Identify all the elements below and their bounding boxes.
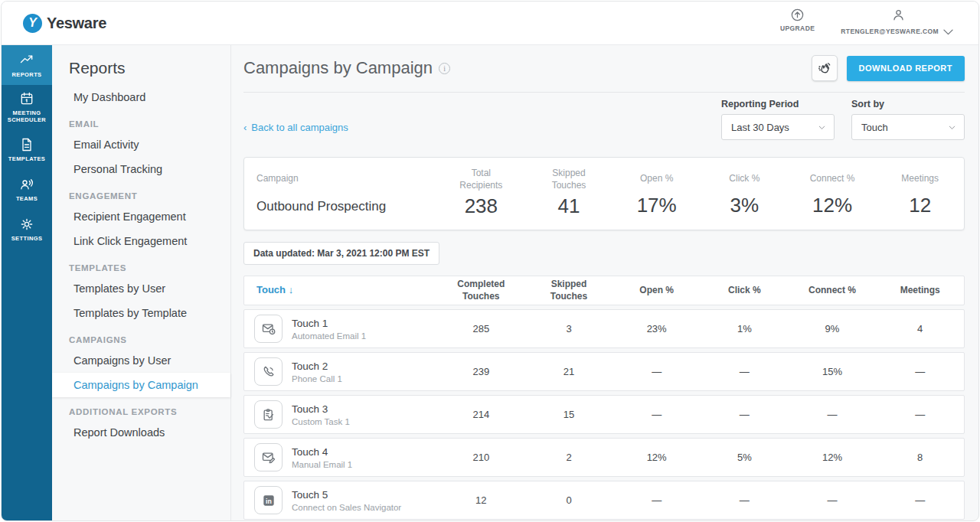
filter-row: ‹ Back to all campaigns Reporting Period… (243, 99, 965, 140)
sidebar-item-campaigns-by-user[interactable]: Campaigns by User (52, 348, 230, 373)
reporting-period-select[interactable]: Last 30 Days (721, 114, 835, 140)
cell-connect-pct: 15% (789, 366, 877, 377)
document-icon (19, 137, 34, 152)
cell-connect-pct: 9% (789, 323, 877, 334)
cell-skipped-touches: 2 (525, 452, 613, 463)
rail-item-reports[interactable]: REPORTS (2, 45, 52, 85)
linkedin-icon: in (254, 486, 283, 514)
column-header-connect-pct: Connect % (789, 285, 877, 297)
cell-connect-pct: 12% (789, 452, 877, 463)
sidebar-item-my-dashboard[interactable]: My Dashboard (52, 85, 230, 109)
sidebar-section-campaigns: CAMPAIGNS (52, 325, 230, 348)
sort-column-label: Touch (256, 284, 286, 295)
column-header-touch-sort[interactable]: Touch ↓ (244, 284, 437, 297)
rail-item-settings[interactable]: SETTINGS (2, 209, 52, 249)
top-bar: Y Yesware UPGRADE RTENGLER@YESWARE.COM (2, 2, 978, 45)
sidebar-item-recipient-engagement[interactable]: Recipient Engagement (52, 204, 230, 229)
touch-subtitle: Automated Email 1 (292, 331, 366, 341)
table-row: Touch 2 Phone Call 1 239 21 — — 15% — (243, 352, 965, 391)
upgrade-button[interactable]: UPGRADE (780, 8, 815, 39)
cell-completed-touches: 214 (437, 409, 525, 420)
manual-email-icon (254, 443, 283, 471)
sidebar-item-personal-tracking[interactable]: Personal Tracking (52, 157, 230, 181)
rail-label: TEMPLATES (8, 155, 45, 162)
sidebar-section-templates: TEMPLATES (52, 253, 230, 276)
cell-open-pct: — (612, 409, 701, 420)
back-to-campaigns-link[interactable]: ‹ Back to all campaigns (243, 122, 348, 133)
table-row: in Touch 5 Connect on Sales Navigator 12… (243, 481, 965, 520)
sidebar-item-report-downloads[interactable]: Report Downloads (52, 420, 230, 445)
summary-header-connect-pct: Connect % (810, 168, 855, 191)
rail-item-meeting-scheduler[interactable]: MEETING SCHEDULER (2, 85, 52, 129)
touch-title: Touch 4 (292, 446, 352, 458)
sidebar-item-link-click-engagement[interactable]: Link Click Engagement (52, 229, 230, 253)
cell-click-pct: — (701, 494, 789, 506)
campaign-name: Outbound Prospecting (256, 199, 386, 214)
sort-by-value: Touch (861, 122, 888, 133)
summary-meetings: 12 (909, 194, 931, 217)
cell-connect-pct: — (789, 494, 877, 506)
sidebar-item-templates-by-user[interactable]: Templates by User (52, 276, 230, 301)
column-header-meetings: Meetings (876, 285, 964, 297)
main-content: Campaigns by Campaign i DOWNLOAD REPORT (231, 45, 978, 520)
account-menu[interactable]: RTENGLER@YESWARE.COM (841, 8, 956, 39)
phone-call-icon (254, 357, 283, 386)
cell-completed-touches: 239 (437, 366, 525, 377)
table-row: Touch 4 Manual Email 1 210 2 12% 5% 12% … (243, 438, 965, 477)
cell-click-pct: — (701, 366, 789, 377)
touch-subtitle: Phone Call 1 (292, 374, 342, 383)
rail-label: SETTINGS (11, 235, 43, 242)
touch-title: Touch 3 (292, 403, 350, 415)
cell-click-pct: 5% (701, 452, 789, 463)
summary-header-open-pct: Open % (640, 168, 673, 191)
cell-open-pct: — (612, 494, 701, 506)
svg-text:in: in (266, 497, 272, 504)
calendar-icon (19, 91, 34, 106)
rail-item-templates[interactable]: TEMPLATES (2, 129, 52, 169)
table-row: Touch 3 Custom Task 1 214 15 — — — — (243, 395, 965, 434)
summary-total-recipients: 238 (465, 194, 498, 218)
summary-header-campaign: Campaign (256, 168, 299, 191)
sort-descending-arrow-icon: ↓ (289, 284, 294, 295)
walkthrough-button[interactable] (812, 55, 838, 81)
sort-by-select[interactable]: Touch (851, 114, 965, 140)
gear-icon (19, 217, 34, 232)
cell-meetings: — (876, 366, 964, 377)
upgrade-label: UPGRADE (780, 24, 815, 32)
summary-click-pct: 3% (730, 194, 760, 217)
cell-meetings: — (876, 409, 964, 420)
cell-skipped-touches: 15 (525, 409, 613, 420)
sidebar-item-templates-by-template[interactable]: Templates by Template (52, 301, 230, 325)
summary-header-total-recipients: Total Recipients (456, 168, 505, 191)
sidebar-item-campaigns-by-campaign[interactable]: Campaigns by Campaign (52, 373, 230, 397)
touch-title: Touch 5 (292, 489, 401, 501)
info-icon[interactable]: i (439, 63, 450, 74)
column-header-open-pct: Open % (612, 285, 701, 297)
upgrade-arrow-icon (790, 8, 805, 22)
cell-click-pct: 1% (701, 323, 789, 334)
sidebar-section-additional-exports: ADDITIONAL EXPORTS (52, 397, 230, 420)
summary-header-skipped-touches: Skipped Touches (544, 168, 593, 191)
top-actions: UPGRADE RTENGLER@YESWARE.COM (780, 8, 956, 39)
touch-title: Touch 1 (292, 318, 366, 329)
table-row: Touch 1 Automated Email 1 285 3 23% 1% 9… (243, 309, 965, 348)
touch-subtitle: Manual Email 1 (292, 460, 352, 469)
column-header-click-pct: Click % (701, 285, 789, 297)
waving-hand-icon (817, 60, 832, 76)
rail-label: REPORTS (11, 71, 41, 78)
custom-task-icon (254, 400, 283, 429)
rail-label: TEAMS (16, 195, 38, 202)
sort-by-label: Sort by (851, 99, 965, 109)
cell-skipped-touches: 21 (525, 366, 613, 377)
cell-completed-touches: 12 (437, 494, 525, 506)
teams-people-icon (19, 177, 34, 192)
column-header-completed-touches: Completed Touches (437, 279, 525, 302)
download-report-button[interactable]: DOWNLOAD REPORT (847, 56, 965, 81)
yesware-logo-icon: Y (23, 14, 42, 33)
account-email: RTENGLER@YESWARE.COM (841, 28, 939, 35)
sidebar-item-email-activity[interactable]: Email Activity (52, 132, 230, 157)
cell-meetings: 8 (876, 452, 964, 463)
cell-meetings: 4 (876, 323, 964, 334)
automated-email-icon (254, 315, 283, 343)
rail-item-teams[interactable]: TEAMS (2, 169, 52, 209)
